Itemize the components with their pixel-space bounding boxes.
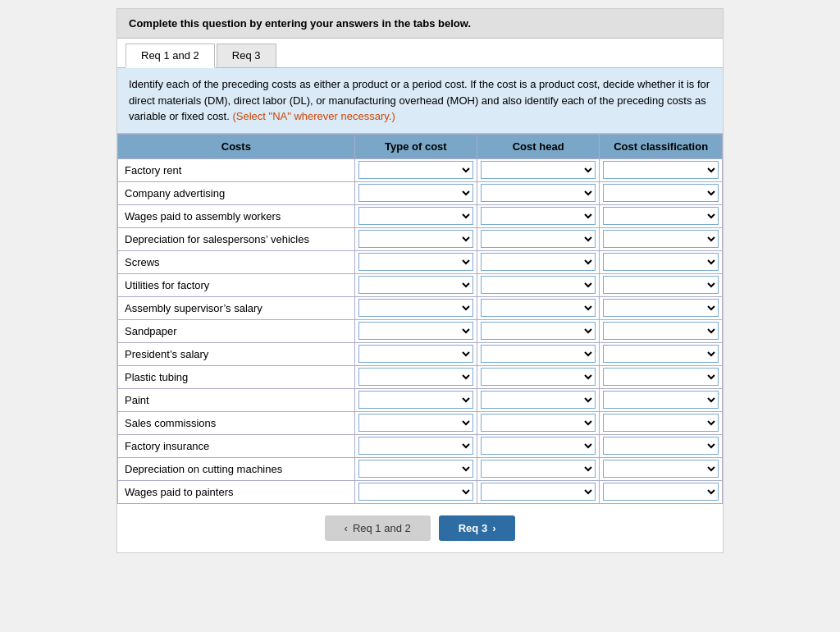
cost-classification-select[interactable]: VariableFixedNA (603, 368, 719, 386)
cost-head-select[interactable]: DMDLMOHNA (481, 368, 596, 386)
cost-classification-select[interactable]: VariableFixedNA (603, 414, 719, 432)
cost-head-cell[interactable]: DMDLMOHNA (477, 204, 600, 227)
cost-head-select[interactable]: DMDLMOHNA (481, 253, 596, 271)
cost-head-cell[interactable]: DMDLMOHNA (477, 365, 600, 388)
type-of-cost-cell[interactable]: ProductPeriod (354, 342, 477, 365)
type-of-cost-select[interactable]: ProductPeriod (358, 322, 473, 340)
cost-head-cell[interactable]: DMDLMOHNA (477, 411, 600, 434)
type-of-cost-select[interactable]: ProductPeriod (358, 391, 473, 409)
cost-classification-select[interactable]: VariableFixedNA (603, 483, 719, 501)
tab-req-3[interactable]: Req 3 (217, 44, 276, 67)
type-of-cost-select[interactable]: ProductPeriod (358, 437, 473, 455)
cost-head-cell[interactable]: DMDLMOHNA (477, 434, 600, 457)
cost-head-cell[interactable]: DMDLMOHNA (477, 457, 600, 480)
cost-head-select[interactable]: DMDLMOHNA (481, 414, 596, 432)
cost-classification-cell[interactable]: VariableFixedNA (600, 181, 723, 204)
cost-classification-cell[interactable]: VariableFixedNA (600, 434, 723, 457)
type-of-cost-cell[interactable]: ProductPeriod (354, 434, 477, 457)
cost-head-select[interactable]: DMDLMOHNA (481, 460, 596, 478)
type-of-cost-select[interactable]: ProductPeriod (358, 345, 473, 363)
cost-head-cell[interactable]: DMDLMOHNA (477, 273, 600, 296)
cost-classification-cell[interactable]: VariableFixedNA (600, 319, 723, 342)
type-of-cost-select[interactable]: ProductPeriod (358, 184, 473, 202)
type-of-cost-select[interactable]: ProductPeriod (358, 161, 473, 179)
type-of-cost-cell[interactable]: ProductPeriod (354, 365, 477, 388)
cost-head-cell[interactable]: DMDLMOHNA (477, 480, 600, 503)
cost-head-cell[interactable]: DMDLMOHNA (477, 181, 600, 204)
cost-cell: Depreciation on cutting machines (118, 457, 355, 480)
cost-head-select[interactable]: DMDLMOHNA (481, 230, 596, 248)
cost-head-select[interactable]: DMDLMOHNA (481, 322, 596, 340)
cost-classification-cell[interactable]: VariableFixedNA (600, 480, 723, 503)
type-of-cost-cell[interactable]: ProductPeriod (354, 204, 477, 227)
type-of-cost-cell[interactable]: ProductPeriod (354, 273, 477, 296)
cost-classification-cell[interactable]: VariableFixedNA (600, 365, 723, 388)
cost-head-select[interactable]: DMDLMOHNA (481, 184, 596, 202)
cost-classification-select[interactable]: VariableFixedNA (603, 437, 719, 455)
cost-classification-select[interactable]: VariableFixedNA (603, 460, 719, 478)
cost-head-cell[interactable]: DMDLMOHNA (477, 250, 600, 273)
type-of-cost-cell[interactable]: ProductPeriod (354, 158, 477, 181)
type-of-cost-cell[interactable]: ProductPeriod (354, 227, 477, 250)
type-of-cost-select[interactable]: ProductPeriod (358, 460, 473, 478)
cost-head-cell[interactable]: DMDLMOHNA (477, 227, 600, 250)
cost-classification-select[interactable]: VariableFixedNA (603, 276, 719, 294)
cost-classification-select[interactable]: VariableFixedNA (603, 230, 719, 248)
cost-classification-select[interactable]: VariableFixedNA (603, 391, 719, 409)
cost-classification-cell[interactable]: VariableFixedNA (600, 296, 723, 319)
cost-classification-select[interactable]: VariableFixedNA (603, 184, 719, 202)
cost-classification-select[interactable]: VariableFixedNA (603, 322, 719, 340)
tab-req-1-2[interactable]: Req 1 and 2 (126, 44, 215, 68)
cost-head-select[interactable]: DMDLMOHNA (481, 345, 596, 363)
cost-head-cell[interactable]: DMDLMOHNA (477, 158, 600, 181)
cost-head-select[interactable]: DMDLMOHNA (481, 391, 596, 409)
type-of-cost-select[interactable]: ProductPeriod (358, 253, 473, 271)
cost-classification-cell[interactable]: VariableFixedNA (600, 158, 723, 181)
cost-classification-select[interactable]: VariableFixedNA (603, 207, 719, 225)
cost-classification-cell[interactable]: VariableFixedNA (600, 204, 723, 227)
cost-head-cell[interactable]: DMDLMOHNA (477, 388, 600, 411)
cost-head-select[interactable]: DMDLMOHNA (481, 161, 596, 179)
tabs-row: Req 1 and 2 Req 3 (117, 39, 723, 68)
cost-classification-cell[interactable]: VariableFixedNA (600, 273, 723, 296)
type-of-cost-select[interactable]: ProductPeriod (358, 207, 473, 225)
type-of-cost-select[interactable]: ProductPeriod (358, 483, 473, 501)
cost-classification-select[interactable]: VariableFixedNA (603, 161, 719, 179)
cost-table: Costs Type of cost Cost head Cost classi… (117, 134, 723, 504)
cost-classification-cell[interactable]: VariableFixedNA (600, 227, 723, 250)
cost-classification-select[interactable]: VariableFixedNA (603, 345, 719, 363)
type-of-cost-select[interactable]: ProductPeriod (358, 230, 473, 248)
cost-head-cell[interactable]: DMDLMOHNA (477, 342, 600, 365)
type-of-cost-cell[interactable]: ProductPeriod (354, 250, 477, 273)
cost-classification-cell[interactable]: VariableFixedNA (600, 411, 723, 434)
cost-head-select[interactable]: DMDLMOHNA (481, 276, 596, 294)
type-of-cost-cell[interactable]: ProductPeriod (354, 296, 477, 319)
type-of-cost-select[interactable]: ProductPeriod (358, 414, 473, 432)
cost-classification-cell[interactable]: VariableFixedNA (600, 342, 723, 365)
cost-head-select[interactable]: DMDLMOHNA (481, 299, 596, 317)
cost-classification-cell[interactable]: VariableFixedNA (600, 457, 723, 480)
table-row: Utilities for factoryProductPeriodDMDLMO… (118, 273, 723, 296)
type-of-cost-cell[interactable]: ProductPeriod (354, 411, 477, 434)
cost-head-cell[interactable]: DMDLMOHNA (477, 319, 600, 342)
type-of-cost-select[interactable]: ProductPeriod (358, 299, 473, 317)
cost-cell: Factory insurance (118, 434, 355, 457)
cost-classification-cell[interactable]: VariableFixedNA (600, 388, 723, 411)
type-of-cost-select[interactable]: ProductPeriod (358, 368, 473, 386)
cost-head-select[interactable]: DMDLMOHNA (481, 437, 596, 455)
cost-head-select[interactable]: DMDLMOHNA (481, 207, 596, 225)
type-of-cost-cell[interactable]: ProductPeriod (354, 480, 477, 503)
cost-classification-cell[interactable]: VariableFixedNA (600, 250, 723, 273)
type-of-cost-cell[interactable]: ProductPeriod (354, 388, 477, 411)
type-of-cost-cell[interactable]: ProductPeriod (354, 181, 477, 204)
next-button[interactable]: Req 3 › (439, 515, 516, 541)
type-of-cost-select[interactable]: ProductPeriod (358, 276, 473, 294)
type-of-cost-cell[interactable]: ProductPeriod (354, 319, 477, 342)
cost-head-select[interactable]: DMDLMOHNA (481, 483, 596, 501)
prev-button[interactable]: ‹ Req 1 and 2 (325, 515, 431, 541)
cost-classification-select[interactable]: VariableFixedNA (603, 299, 719, 317)
cost-head-cell[interactable]: DMDLMOHNA (477, 296, 600, 319)
type-of-cost-cell[interactable]: ProductPeriod (354, 457, 477, 480)
cost-classification-select[interactable]: VariableFixedNA (603, 253, 719, 271)
next-arrow-icon: › (492, 522, 495, 534)
